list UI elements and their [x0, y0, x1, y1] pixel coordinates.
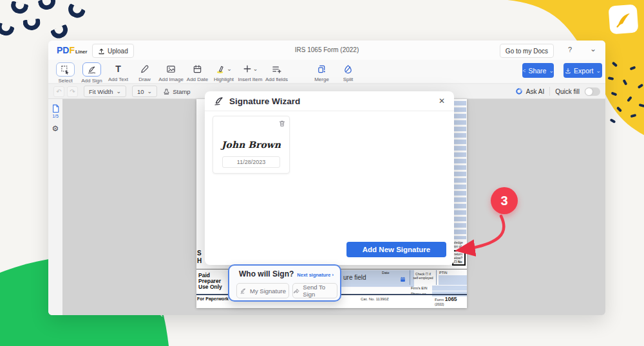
tool-add-fields[interactable]: Add fields	[263, 60, 290, 82]
my-signature-label: My Signature	[250, 287, 286, 295]
page-indicator: 1/5	[48, 114, 62, 118]
export-label: Export	[574, 67, 593, 75]
tool-add-text[interactable]: T Add Text	[105, 60, 131, 82]
signature-date: 11/28/2023	[222, 156, 280, 168]
form-number-label: Form 1065 (2022)	[435, 296, 467, 306]
tool-select[interactable]: Select	[52, 60, 79, 84]
quill-icon	[614, 10, 633, 29]
export-button[interactable]: Export ⌄	[564, 63, 602, 78]
select-icon	[56, 62, 75, 77]
top-bar: PDFLiner Upload IRS 1065 Form (2022) Go …	[48, 41, 605, 60]
redo-icon: ↷	[70, 88, 75, 95]
go-to-docs-label: Go to my Docs	[506, 48, 548, 55]
quill-icon	[240, 287, 247, 295]
add-fields-icon	[272, 62, 281, 75]
tool-add-date[interactable]: Add Date	[184, 60, 211, 82]
send-to-sign-label: Send To Sign	[303, 284, 337, 298]
send-to-sign-button[interactable]: Send To Sign	[292, 283, 337, 298]
tool-label: Split	[343, 77, 354, 82]
close-icon[interactable]: ✕	[439, 96, 445, 105]
tool-draw[interactable]: Draw	[131, 60, 158, 82]
app-window: PDFLiner Upload IRS 1065 Form (2022) Go …	[48, 41, 605, 315]
self-employed-cell: Check ☐ ifself-employed	[410, 270, 437, 285]
page: PDFLiner Upload IRS 1065 Form (2022) Go …	[0, 0, 644, 346]
calendar-icon[interactable]	[400, 277, 406, 282]
settings-button[interactable]: ⚙	[48, 124, 62, 133]
trash-icon[interactable]	[278, 120, 286, 127]
fit-width-label: Fit Width	[89, 88, 113, 95]
left-sidebar: 1/5 ⚙	[48, 99, 63, 315]
highlight-icon: ⌄	[216, 62, 232, 75]
modal-header: Signature Wizard ✕	[205, 91, 454, 111]
pages-panel-button[interactable]	[48, 104, 62, 113]
popup-title: Who will Sign?	[239, 269, 294, 278]
go-to-docs-button[interactable]: Go to my Docs	[500, 44, 554, 58]
page-thumbnail-icon	[52, 104, 60, 113]
split-icon	[343, 62, 353, 75]
tool-label: Add Image	[158, 77, 184, 82]
tool-merge[interactable]: Merge	[308, 60, 335, 82]
logo-text: F	[69, 45, 75, 55]
stamp-label: Stamp	[173, 88, 190, 95]
ptin-label: PTIN	[439, 271, 448, 275]
tool-highlight[interactable]: ⌄ Highlight	[211, 60, 237, 82]
tool-add-image[interactable]: Add Image	[158, 60, 184, 82]
tool-label: Add fields	[265, 77, 288, 82]
modal-title: Signature Wizard	[229, 96, 433, 106]
draw-icon	[140, 62, 149, 75]
who-will-sign-popup: Who will Sign? Next signature › My Signa…	[228, 264, 341, 302]
signature-preview: John Brown	[213, 140, 289, 150]
quick-fill-toggle[interactable]	[585, 87, 600, 96]
add-sign-icon	[82, 62, 101, 77]
firms-ein-field[interactable]	[432, 286, 467, 291]
zoom-value: 10	[137, 88, 144, 95]
ptin-field[interactable]	[439, 275, 467, 285]
tool-split[interactable]: Split	[335, 60, 361, 82]
undo-button[interactable]: ↶	[53, 86, 64, 97]
ask-ai-label: Ask AI	[526, 88, 544, 95]
quick-fill-label: Quick fill	[555, 88, 580, 95]
upload-button[interactable]: Upload	[92, 44, 134, 58]
stamp-button[interactable]: Stamp	[163, 88, 190, 95]
paid-preparer-label: PaidPreparerUse Only	[198, 273, 222, 290]
redo-button[interactable]: ↷	[67, 86, 78, 97]
tool-add-sign[interactable]: Add Sign	[79, 60, 105, 84]
tool-label: Add Sign	[81, 78, 102, 84]
my-signature-button[interactable]: My Signature	[236, 283, 289, 298]
fit-width-dropdown[interactable]: Fit Width ⌄	[84, 86, 126, 97]
next-signature-link[interactable]: Next signature ›	[297, 272, 334, 278]
tool-insert-item[interactable]: ⌄ Insert Item	[237, 60, 263, 82]
chevron-down-icon: ⌄	[253, 66, 258, 71]
firms-ein-label: Firm's EIN	[411, 286, 428, 290]
toggle-knob	[585, 88, 592, 95]
saved-signature-card[interactable]: John Brown 11/28/2023	[213, 116, 290, 174]
share-button[interactable]: Share ⌄	[522, 63, 554, 78]
signature-wizard-modal: Signature Wizard ✕ John Brown 11/28/2023…	[205, 91, 454, 265]
pdfliner-logo[interactable]: PDFLiner	[57, 45, 87, 55]
add-new-signature-button[interactable]: Add New Signature	[346, 242, 446, 257]
chevron-down-icon[interactable]: ⌄	[590, 44, 596, 53]
ask-ai-button[interactable]: Ask AI	[515, 87, 544, 95]
undo-icon: ↶	[56, 88, 61, 95]
chevron-down-icon: ⌄	[596, 68, 601, 73]
stamp-icon	[163, 88, 170, 95]
brand-pen-tile	[609, 5, 639, 35]
share-icon	[522, 68, 526, 74]
upload-icon	[98, 48, 105, 55]
main-toolbar: Select Add Sign T Add Text Draw	[48, 60, 605, 84]
add-date-icon	[193, 62, 202, 75]
chevron-down-icon: ⌄	[549, 68, 554, 73]
for-paperwork-label: For Paperwork	[197, 296, 229, 301]
sign-here-label: SH	[197, 250, 202, 265]
help-button[interactable]: ?	[568, 46, 572, 53]
zoom-dropdown[interactable]: 10 ⌄	[132, 86, 157, 97]
tool-label: Draw	[138, 77, 151, 82]
tool-label: Add Text	[108, 77, 128, 82]
cat-no-label: Cat. No. 11390Z	[361, 297, 389, 301]
gear-icon: ⚙	[52, 124, 59, 133]
form-field-column[interactable]	[453, 101, 466, 239]
chevron-down-icon: ⌄	[116, 89, 121, 94]
step-badge: 3	[491, 187, 518, 214]
divider	[549, 87, 550, 96]
add-text-icon: T	[115, 62, 121, 75]
